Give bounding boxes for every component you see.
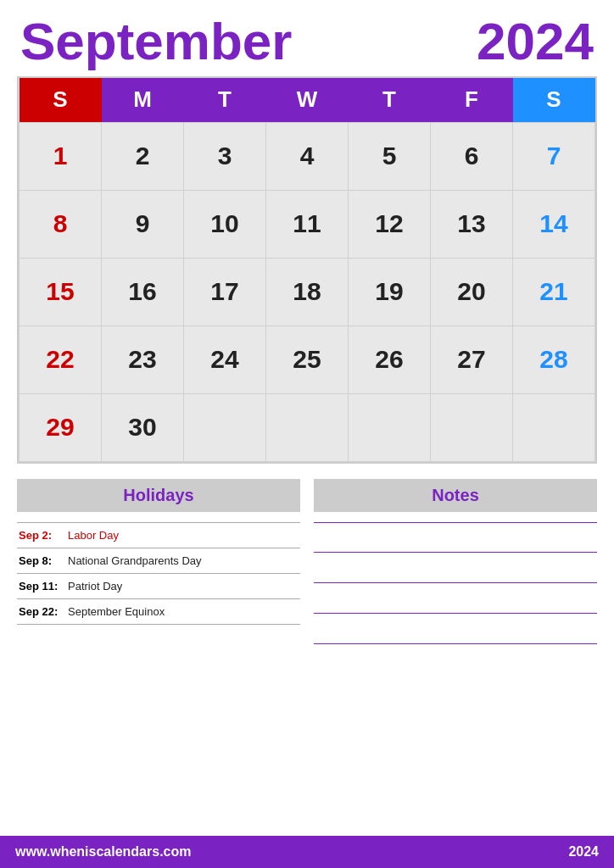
note-line[interactable] xyxy=(314,583,597,614)
notes-lines xyxy=(314,522,597,644)
footer-website: www.wheniscalendars.com xyxy=(15,844,191,860)
calendar-cell xyxy=(349,393,431,461)
header-saturday: S xyxy=(513,78,595,122)
holiday-item: Sep 2:Labor Day xyxy=(17,522,300,548)
calendar-cell: 19 xyxy=(349,258,431,326)
calendar-cell xyxy=(266,393,349,461)
calendar-cell: 18 xyxy=(266,258,349,326)
holiday-list: Sep 2:Labor DaySep 8:National Grandparen… xyxy=(17,522,300,625)
header-thursday: T xyxy=(349,78,431,122)
calendar-cell xyxy=(513,393,595,461)
calendar-row: 22232425262728 xyxy=(20,326,595,393)
calendar-cell: 14 xyxy=(513,190,595,258)
calendar-cell: 3 xyxy=(184,122,266,190)
footer: www.wheniscalendars.com 2024 xyxy=(0,836,614,868)
holiday-item: Sep 8:National Grandparents Day xyxy=(17,548,300,573)
calendar-cell: 21 xyxy=(513,258,595,326)
holiday-item: Sep 22:September Equinox xyxy=(17,598,300,625)
calendar-cell: 23 xyxy=(102,326,184,393)
notes-panel: Notes xyxy=(314,479,597,869)
holiday-name: National Grandparents Day xyxy=(68,554,202,567)
holiday-name: Labor Day xyxy=(68,529,119,542)
calendar-cell: 30 xyxy=(102,393,184,461)
calendar-cell: 7 xyxy=(513,122,595,190)
calendar-body: 1234567891011121314151617181920212223242… xyxy=(20,122,595,461)
calendar-cell: 4 xyxy=(266,122,349,190)
holidays-header: Holidays xyxy=(17,479,300,512)
calendar-cell: 20 xyxy=(431,258,513,326)
calendar-cell: 2 xyxy=(102,122,184,190)
calendar-cell: 8 xyxy=(20,190,102,258)
calendar-cell: 27 xyxy=(431,326,513,393)
bottom-section: Holidays Sep 2:Labor DaySep 8:National G… xyxy=(17,479,597,869)
calendar-cell: 28 xyxy=(513,326,595,393)
holidays-panel: Holidays Sep 2:Labor DaySep 8:National G… xyxy=(17,479,300,869)
header-friday: F xyxy=(431,78,513,122)
calendar-cell: 26 xyxy=(349,326,431,393)
calendar-cell: 15 xyxy=(20,258,102,326)
calendar-wrapper: S M T W T F S 12345678910111213141516171… xyxy=(17,76,597,464)
calendar-cell: 6 xyxy=(431,122,513,190)
holiday-date: Sep 11: xyxy=(19,580,68,593)
footer-year: 2024 xyxy=(568,844,599,860)
notes-header: Notes xyxy=(314,479,597,512)
calendar-cell: 22 xyxy=(20,326,102,393)
calendar-cell: 24 xyxy=(184,326,266,393)
note-line[interactable] xyxy=(314,522,597,553)
holiday-name: Patriot Day xyxy=(68,580,122,593)
holiday-date: Sep 2: xyxy=(19,529,68,542)
calendar-table: S M T W T F S 12345678910111213141516171… xyxy=(19,78,595,462)
note-line[interactable] xyxy=(314,614,597,644)
holiday-item: Sep 11:Patriot Day xyxy=(17,573,300,598)
calendar-cell: 1 xyxy=(20,122,102,190)
calendar-cell: 16 xyxy=(102,258,184,326)
calendar-cell: 11 xyxy=(266,190,349,258)
year-title: 2024 xyxy=(477,15,594,68)
calendar-cell: 17 xyxy=(184,258,266,326)
header-monday: M xyxy=(102,78,184,122)
calendar-cell xyxy=(184,393,266,461)
header-tuesday: T xyxy=(184,78,266,122)
calendar-cell: 25 xyxy=(266,326,349,393)
calendar-row: 15161718192021 xyxy=(20,258,595,326)
holiday-date: Sep 8: xyxy=(19,554,68,567)
header-sunday: S xyxy=(20,78,102,122)
month-title: September xyxy=(20,15,292,68)
calendar-row: 2930 xyxy=(20,393,595,461)
calendar-cell: 12 xyxy=(349,190,431,258)
calendar-cell: 29 xyxy=(20,393,102,461)
holiday-date: Sep 22: xyxy=(19,605,68,618)
calendar-cell: 9 xyxy=(102,190,184,258)
header-wednesday: W xyxy=(266,78,349,122)
calendar-row: 1234567 xyxy=(20,122,595,190)
holiday-name: September Equinox xyxy=(68,605,165,618)
calendar-cell: 13 xyxy=(431,190,513,258)
calendar-row: 891011121314 xyxy=(20,190,595,258)
note-line[interactable] xyxy=(314,553,597,583)
calendar-cell: 5 xyxy=(349,122,431,190)
calendar-cell: 10 xyxy=(184,190,266,258)
header: September 2024 xyxy=(17,15,597,68)
calendar-cell xyxy=(431,393,513,461)
weekday-header-row: S M T W T F S xyxy=(20,78,595,122)
calendar-page: September 2024 S M T W T F S 12345678910… xyxy=(0,0,614,868)
